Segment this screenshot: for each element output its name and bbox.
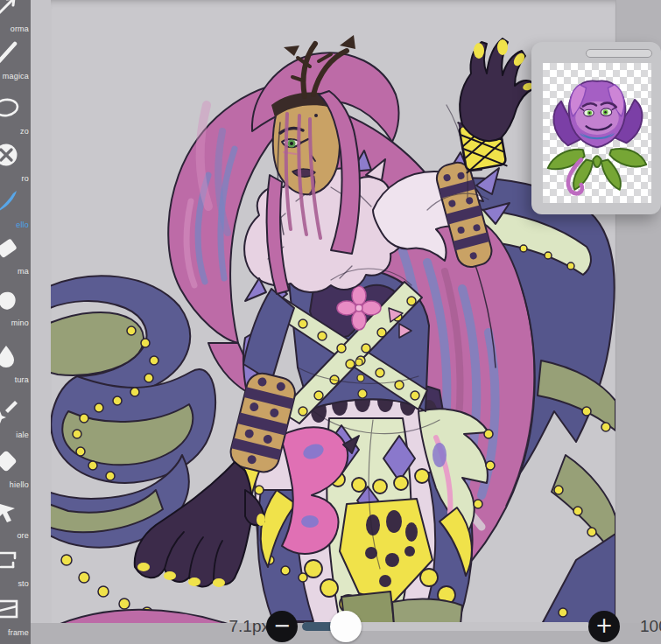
tool-filter[interactable]: ro [0,141,31,183]
reference-panel[interactable] [531,42,661,214]
tool-label: hiello [0,480,29,489]
magic-wand-icon [0,38,20,66]
tool-text[interactable]: sto [0,546,31,588]
increase-brush-size-button[interactable]: + [588,611,620,642]
decrease-brush-size-button[interactable]: − [266,611,298,642]
tool-bucket[interactable]: hiello [0,447,31,489]
tool-lasso[interactable]: zo [0,94,31,136]
tool-smudge[interactable]: mino [0,285,31,327]
tool-label: ore [0,531,29,540]
opacity-value: 100 [640,617,661,636]
tool-brush[interactable]: ello [0,187,31,229]
frame-icon [0,595,20,623]
blur-icon [0,342,20,370]
filter-icon [0,141,20,169]
smudge-icon [0,285,20,313]
special-pen-icon [0,397,20,425]
brush-size-value: 7.1px [210,617,270,636]
tool-label: ro [0,174,29,183]
tool-frame[interactable]: frame [0,595,31,637]
tool-eraser[interactable]: ma [0,234,31,276]
tool-cursor[interactable]: ore [0,498,31,540]
tool-label: magica [0,72,29,80]
tool-label: orma [0,24,29,33]
paint-app-window: { "sidebar": { "selected_label_color": "… [0,0,661,644]
tool-transform[interactable]: orma [0,0,31,33]
text-icon [0,546,20,574]
tool-magic-wand[interactable]: magica [0,38,31,80]
tool-label: sto [0,579,29,588]
tool-label: iale [0,430,29,439]
lasso-icon [0,94,20,122]
tool-label: ello [0,220,29,229]
tool-blur[interactable]: tura [0,342,31,384]
cursor-icon [0,498,20,526]
transform-icon [0,0,20,19]
tool-sidebar: orma magica zo ro ello ma [0,0,31,644]
tool-label: zo [0,127,29,136]
tool-label: frame [0,628,29,637]
reference-image-rose [543,63,651,203]
tool-special-pen[interactable]: iale [0,397,31,439]
reference-panel-handle[interactable] [586,49,652,58]
slider-thumb[interactable] [330,611,362,642]
bucket-icon [0,447,20,475]
eraser-icon [0,234,20,262]
canvas-margin [31,0,51,644]
tool-label: ma [0,267,29,276]
brush-icon [0,187,20,215]
tool-label: mino [0,318,29,327]
tool-label: tura [0,375,29,384]
